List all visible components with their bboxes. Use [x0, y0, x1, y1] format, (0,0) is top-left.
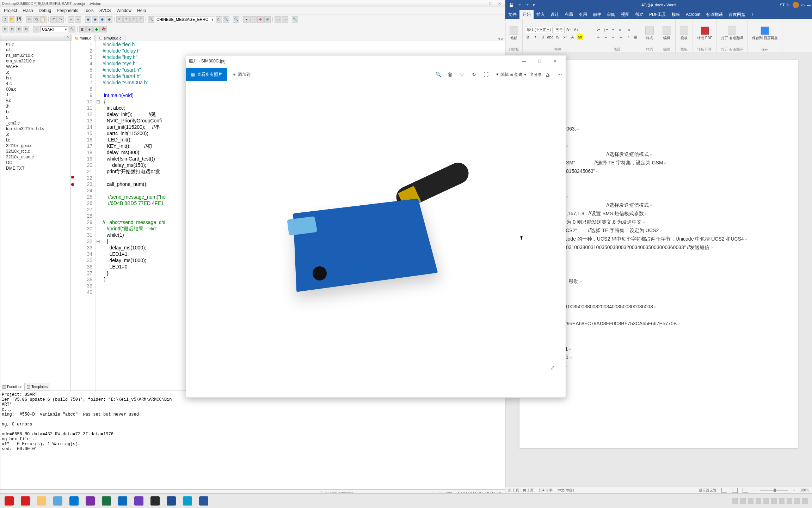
menu-help[interactable]: Help	[134, 7, 149, 14]
bookmark-icon[interactable]: ◆	[85, 16, 91, 23]
system-tray[interactable]	[730, 498, 811, 504]
display-settings[interactable]: 显示器设置	[699, 488, 716, 493]
find-files-icon[interactable]: 🗂	[216, 16, 222, 23]
tray-icon[interactable]	[779, 498, 785, 504]
doc-line[interactable]	[535, 184, 782, 193]
taskbar-app-excel[interactable]	[99, 495, 114, 507]
ribbon-tab-模板[interactable]: 模板	[669, 10, 683, 19]
undo-icon[interactable]: ↶	[516, 3, 523, 7]
taskbar-app-word[interactable]	[196, 495, 211, 507]
print-icon[interactable]: 🖨	[542, 68, 554, 80]
tray-icon[interactable]	[740, 498, 746, 504]
maximize-icon[interactable]: ☐	[487, 1, 495, 6]
align-left-icon[interactable]: ≡	[595, 34, 602, 40]
font-color-icon[interactable]: A	[569, 34, 576, 40]
ribbon-opts-icon[interactable]: ▭	[801, 3, 805, 7]
line-space-icon[interactable]: ↕	[625, 34, 631, 40]
tree-item[interactable]: is.c	[1, 75, 70, 81]
align-right-icon[interactable]: ≡	[610, 34, 616, 40]
tree-item[interactable]: 5	[1, 115, 70, 120]
edit-create-button[interactable]: ✶ 编辑 & 创建 ▾	[492, 72, 530, 78]
heart-icon[interactable]: ♡	[456, 68, 468, 80]
copy-icon[interactable]: ⧉	[33, 16, 39, 23]
panel-tab-templates[interactable]: Templates	[25, 383, 50, 391]
doc-line[interactable]: AT+CMGF=1 //选择发送短信模式	[535, 150, 782, 159]
tree-item[interactable]: .c	[1, 69, 70, 75]
tray-icon[interactable]	[748, 498, 753, 504]
doc-line[interactable]: AT+CMGS="18158245063"	[535, 167, 782, 176]
new-icon[interactable]: 🗋	[2, 16, 8, 23]
rebuild-icon[interactable]: ⚙	[16, 26, 22, 32]
tree-item[interactable]: t.c	[1, 109, 70, 115]
ribbon-tab-视图[interactable]: 视图	[618, 10, 632, 19]
tray-icon[interactable]	[763, 498, 769, 504]
minimize-icon[interactable]: —	[516, 55, 532, 67]
zoom-in-icon[interactable]: +	[793, 488, 795, 492]
tree-item[interactable]: .h	[1, 103, 70, 109]
menu-window[interactable]: Window	[113, 7, 134, 14]
expand-icon[interactable]: ⤢	[550, 364, 559, 373]
project-tree[interactable]: ns.cc.hns_stm32f10.cem_stm32f10.cWARE.ci…	[0, 41, 70, 383]
page-indicator[interactable]: 第 1 页，共 1 页	[508, 488, 534, 493]
ribbon-tab-有道翻译[interactable]: 有道翻译	[703, 10, 726, 19]
bookmark-clear-icon[interactable]: ◆	[106, 16, 112, 23]
ribbon-tab-Acrobat[interactable]: Acrobat	[683, 11, 703, 18]
tree-item[interactable]: ns_stm32f10.c	[1, 53, 70, 58]
uncomment-icon[interactable]: //	[137, 16, 144, 23]
superscript-icon[interactable]: x²	[562, 34, 568, 40]
photos-titlebar[interactable]: 照片 - SIM800C.jpg — ☐ ✕	[186, 55, 566, 67]
build-all-icon[interactable]: ⚙	[9, 26, 15, 32]
keil-titlebar[interactable]: Desktop\SIM800C 打电话\USER\USART.uvprojx -…	[0, 0, 505, 7]
more-icon[interactable]: ⋯	[554, 68, 566, 80]
bp-killall-icon[interactable]: ⊘	[264, 16, 271, 23]
paste-icon[interactable]: 📋	[40, 16, 47, 23]
redo-icon[interactable]: ↷	[523, 3, 531, 7]
doc-line[interactable]: AT	[535, 74, 782, 83]
open-icon[interactable]: 📂	[9, 16, 15, 23]
menu-flash[interactable]: Flash	[20, 7, 36, 14]
tree-item[interactable]: c.h	[1, 47, 70, 53]
doc-line[interactable]: AT+CSQ	[535, 83, 782, 91]
paste-button[interactable]: 粘贴	[508, 25, 520, 42]
word-titlebar[interactable]: 💾 ↶ ↷ ▾ AT指令.docx - Word ST JH ▭ —	[505, 0, 812, 10]
undo-icon[interactable]: ↶	[50, 16, 57, 23]
find-combo[interactable]: CHINESE_MESSAGE_ERRO	[155, 17, 215, 22]
ribbon-tab-插入[interactable]: 插入	[534, 10, 548, 19]
subscript-icon[interactable]: x₂	[554, 34, 561, 40]
nav-back-icon[interactable]: ←	[68, 16, 74, 23]
bullets-icon[interactable]: •≡	[595, 27, 602, 33]
doc-line[interactable]: AT+CPIN?	[535, 91, 782, 99]
menu-svcs[interactable]: SVCS	[97, 7, 114, 14]
config-icon[interactable]: 🔧	[292, 16, 298, 23]
download-icon[interactable]: ↓	[33, 26, 39, 32]
italic-icon[interactable]: I	[532, 34, 539, 40]
ribbon-tab-百度网盘[interactable]: 百度网盘	[726, 10, 748, 19]
highlight-icon[interactable]: ab	[577, 34, 583, 40]
cut-icon[interactable]: ✂	[26, 16, 32, 23]
debug-icon[interactable]: 🔍	[233, 16, 239, 23]
build-icon[interactable]: ⚙	[2, 26, 8, 32]
taskbar-app-alientek[interactable]	[1, 495, 17, 507]
ribbon-tab-PDF工具[interactable]: PDF工具	[646, 10, 669, 19]
templates-button[interactable]: 模板	[678, 25, 690, 42]
close-icon[interactable]: ✕	[495, 1, 504, 6]
user-area[interactable]: ST JH ▭ —	[780, 2, 811, 8]
styles-button[interactable]: 样式	[643, 25, 656, 42]
justify-icon[interactable]: ≡	[617, 34, 624, 40]
menu-peripherals[interactable]: Peripherals	[54, 7, 81, 14]
doc-line[interactable]: AT+CSCS="GSM" //选择 TE 字符集，设定为 GSM	[535, 159, 782, 167]
doc-line[interactable]: 发送中文短信	[535, 193, 782, 201]
doc-line[interactable]: 5F53524D6E295EA68FC79AD8FF0C8BF753CA65F6…	[535, 320, 782, 328]
doc-line[interactable]: >	[535, 176, 782, 184]
tree-item[interactable]: 00a.c	[1, 86, 70, 92]
bp-kill-icon[interactable]: ⊘	[257, 16, 264, 23]
taskbar-app-browser1[interactable]	[50, 495, 66, 507]
doc-line[interactable]	[535, 260, 782, 269]
tree-item[interactable]: OC	[1, 160, 70, 165]
wnd1-icon[interactable]: ▭	[275, 16, 281, 23]
taskbar-app-folder[interactable]	[34, 495, 49, 507]
font-size-combo[interactable]: 五号	[554, 27, 565, 33]
doc-line[interactable]: BUSY 电信	[535, 269, 782, 277]
taskbar-app-app-teal[interactable]	[180, 495, 195, 507]
rte-icon[interactable]: ◆	[93, 26, 100, 32]
